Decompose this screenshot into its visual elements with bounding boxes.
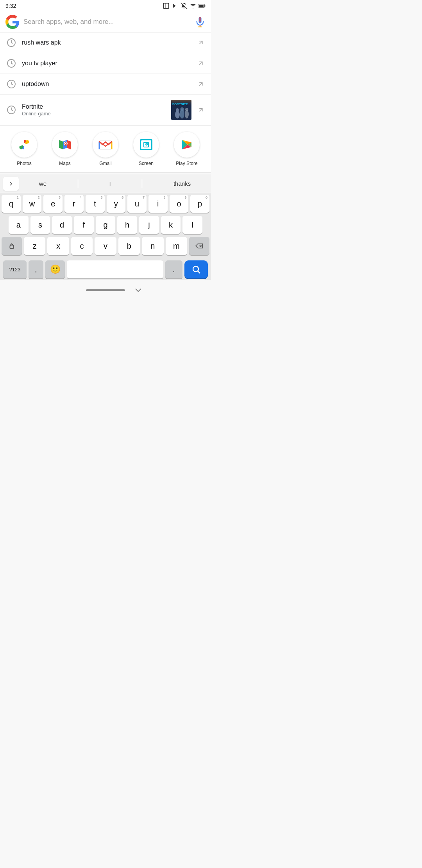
muted-icon <box>181 2 188 9</box>
svg-rect-5 <box>205 5 206 7</box>
kb-key-q[interactable]: 1q <box>2 195 21 213</box>
keyboard-keys: 1q 2w 3e 4r 5t 6y 7u 8i 9o 0p a s d f g … <box>0 193 211 259</box>
kb-key-g[interactable]: g <box>96 216 116 234</box>
kb-suggest-2[interactable]: I <box>106 180 114 187</box>
kb-key-c[interactable]: c <box>71 237 93 255</box>
suggestion-item-rush-wars[interactable]: rush wars apk <box>0 32 211 53</box>
kb-key-a[interactable]: a <box>9 216 29 234</box>
kb-key-d[interactable]: d <box>52 216 72 234</box>
suggestion-text-rush-wars: rush wars apk <box>22 39 191 46</box>
suggestion-item-you-tv[interactable]: you tv player <box>0 53 211 74</box>
app-screen[interactable]: Screen <box>133 132 159 166</box>
arrow-icon-1 <box>197 39 205 47</box>
suggestion-title-uptodown: uptodown <box>22 81 191 88</box>
svg-line-11 <box>199 41 202 44</box>
svg-line-15 <box>199 82 202 86</box>
kb-key-f[interactable]: f <box>74 216 94 234</box>
keyboard: we I thanks 1q 2w 3e 4r 5t 6y 7u 8i 9o 0… <box>0 174 211 280</box>
kb-backspace-button[interactable] <box>189 237 209 255</box>
svg-point-45 <box>193 266 198 272</box>
arrow-icon-3 <box>197 80 205 88</box>
mic-icon[interactable] <box>195 16 206 27</box>
suggestion-item-fortnite[interactable]: Fortnite Online game FORTNITE FORTNITE <box>0 95 211 125</box>
app-gmail-label: Gmail <box>99 161 111 166</box>
google-logo <box>5 15 20 29</box>
kb-key-j[interactable]: j <box>139 216 159 234</box>
kb-row-1: 1q 2w 3e 4r 5t 6y 7u 8i 9o 0p <box>2 195 209 213</box>
svg-rect-0 <box>163 3 169 9</box>
svg-point-24 <box>185 108 188 111</box>
kb-key-p[interactable]: 0p <box>190 195 209 213</box>
kb-row-3: z x c v b n m <box>2 237 209 255</box>
app-maps[interactable]: G Maps <box>52 132 78 166</box>
kb-key-u[interactable]: 7u <box>127 195 147 213</box>
search-input[interactable]: Search apps, web, and more... <box>23 18 191 26</box>
suggestions-list: rush wars apk you tv player <box>0 32 211 126</box>
kb-key-v[interactable]: v <box>95 237 116 255</box>
kb-row-2: a s d f g h j k l <box>2 216 209 234</box>
kb-key-b[interactable]: b <box>118 237 140 255</box>
suggestion-text-you-tv: you tv player <box>22 60 191 67</box>
kb-emoji-button[interactable]: 🙂 <box>45 260 65 278</box>
keyboard-word-suggestions: we I thanks <box>22 179 208 188</box>
svg-point-19 <box>175 111 180 118</box>
kb-key-h[interactable]: h <box>117 216 137 234</box>
search-placeholder: Search apps, web, and more... <box>23 18 114 26</box>
gmail-icon <box>93 132 118 158</box>
kb-key-l[interactable]: l <box>182 216 202 234</box>
app-maps-label: Maps <box>59 161 70 166</box>
svg-point-22 <box>181 108 184 111</box>
kb-comma-button[interactable]: , <box>29 260 43 278</box>
kb-key-z[interactable]: z <box>24 237 45 255</box>
svg-rect-9 <box>199 17 201 22</box>
photos-icon <box>11 132 37 158</box>
kb-period-button[interactable]: . <box>165 260 182 278</box>
kb-key-r[interactable]: 4r <box>64 195 84 213</box>
suggestion-title-rush-wars: rush wars apk <box>22 39 191 46</box>
clock-icon-2 <box>6 58 16 68</box>
keyboard-bottom-row: ?123 , 🙂 . <box>0 259 211 280</box>
status-time: 9:32 <box>5 3 16 9</box>
app-photos-label: Photos <box>17 161 31 166</box>
navigation-bar <box>0 282 211 299</box>
fortnite-thumbnail: FORTNITE FORTNITE <box>171 100 191 120</box>
screenshot-icon <box>163 2 170 9</box>
kb-key-i[interactable]: 8i <box>148 195 168 213</box>
kb-key-o[interactable]: 9o <box>170 195 189 213</box>
search-bar[interactable]: Search apps, web, and more... <box>0 11 211 32</box>
app-gmail[interactable]: Gmail <box>93 132 118 166</box>
apps-section: Photos G Maps <box>0 126 211 173</box>
kb-key-e[interactable]: 3e <box>43 195 63 213</box>
svg-point-20 <box>176 108 179 111</box>
kb-key-t[interactable]: 5t <box>86 195 105 213</box>
arrow-icon-2 <box>197 59 205 67</box>
hide-keyboard-icon[interactable] <box>133 285 144 296</box>
kb-key-y[interactable]: 6y <box>107 195 126 213</box>
status-icons <box>163 2 206 9</box>
svg-point-23 <box>185 110 189 118</box>
app-photos[interactable]: Photos <box>11 132 37 166</box>
suggestion-item-uptodown[interactable]: uptodown <box>0 74 211 95</box>
kb-suggest-3[interactable]: thanks <box>170 180 194 187</box>
kb-key-x[interactable]: x <box>47 237 69 255</box>
keyboard-expand-button[interactable] <box>3 177 19 191</box>
kb-key-w[interactable]: 2w <box>23 195 42 213</box>
wifi-icon <box>190 2 197 9</box>
kb-shift-button[interactable] <box>2 237 22 255</box>
kb-search-button[interactable] <box>184 260 208 278</box>
app-play-store[interactable]: Play Store <box>174 132 200 166</box>
clock-icon-3 <box>6 79 16 89</box>
kb-key-n[interactable]: n <box>142 237 163 255</box>
play-store-icon <box>174 132 200 158</box>
status-bar: 9:32 <box>0 0 211 11</box>
kb-suggest-1[interactable]: we <box>36 180 50 187</box>
kb-space-button[interactable] <box>67 260 163 278</box>
kb-key-s[interactable]: s <box>30 216 50 234</box>
media-icon <box>172 2 179 9</box>
kb-symbols-button[interactable]: ?123 <box>3 260 27 278</box>
battery-icon <box>198 2 206 9</box>
kb-key-k[interactable]: k <box>161 216 181 234</box>
kb-key-m[interactable]: m <box>166 237 187 255</box>
svg-line-46 <box>198 271 200 274</box>
svg-line-26 <box>199 108 202 111</box>
